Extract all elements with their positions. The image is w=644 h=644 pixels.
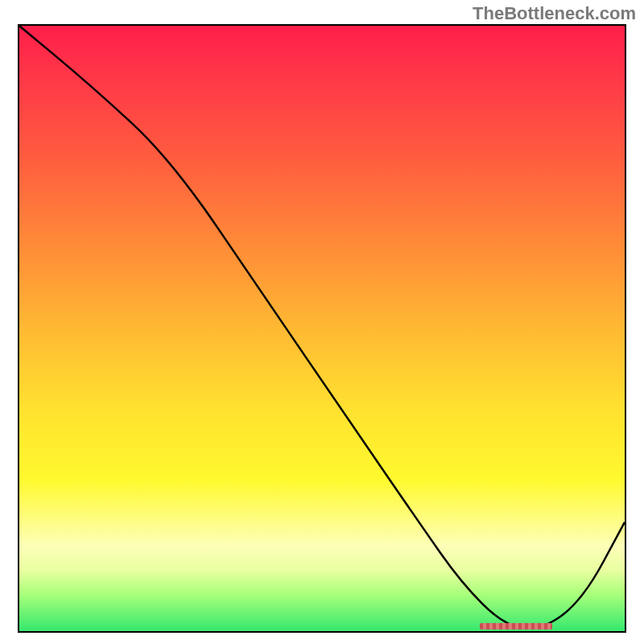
chart-plot-area bbox=[18, 24, 626, 633]
optimal-range-marker bbox=[480, 623, 552, 630]
watermark-text: TheBottleneck.com bbox=[473, 3, 636, 24]
bottleneck-curve bbox=[19, 26, 625, 631]
